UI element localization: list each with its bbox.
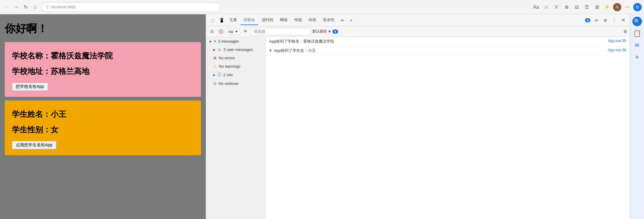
student-gender: 学生性别：女 — [12, 122, 194, 137]
school-name-value: 霍格沃兹魔法学院 — [51, 51, 113, 60]
sidebar-item-no-verbose[interactable]: ⊛ No verbose — [206, 79, 265, 88]
school-address: 学校地址：苏格兰高地 — [12, 63, 194, 79]
warning-icon: ⚠ — [213, 64, 217, 69]
tab-sources[interactable]: 源代码 — [259, 15, 276, 25]
vuejs-devtools-button[interactable]: V — [552, 3, 561, 11]
browser-viewport: 你好啊！ 学校名称：霍格沃兹魔法学院 学校地址：苏格兰高地 把学校名给App 学… — [0, 14, 206, 219]
tab-console[interactable]: 控制台 — [241, 15, 258, 25]
error-icon: ⊗ — [213, 55, 217, 60]
user-messages-arrow: ▶ — [213, 48, 216, 51]
school-address-value: 苏格兰高地 — [51, 67, 89, 76]
console-log: App收到了学校名：霍格沃兹魔法学院 App.vue:35 ▶ App收到了学生… — [266, 37, 630, 219]
message-badge: 4 — [585, 18, 590, 22]
address-bar[interactable]: ⓘ localhost:8081 — [42, 2, 221, 12]
student-gender-label: 学生性别： — [12, 125, 51, 134]
send-student-name-button[interactable]: 点我把学生名给App — [12, 141, 56, 149]
tab-performance[interactable]: 性能 — [291, 15, 305, 25]
favorites-button[interactable]: ☆ — [542, 3, 550, 11]
bing-sidebar-search[interactable]: 🔍 — [632, 17, 642, 26]
messages-icon: ≡ — [214, 39, 216, 44]
browser-right-panel: 🔍 📋 ✉ + — [630, 14, 644, 219]
message-count-badge: 4 — [332, 29, 338, 34]
devtools-more-button[interactable]: ⋮ — [610, 16, 618, 24]
page-title: 你好啊！ — [5, 19, 201, 38]
home-button[interactable]: ⌂ — [31, 3, 39, 11]
sidebar-item-messages[interactable]: ▶ ≡ 2 messages — [206, 37, 265, 45]
console-sidebar: ▶ ≡ 2 messages ▶ ☺ 2 user messages ⊗ No … — [206, 37, 266, 219]
no-warnings-label: No warnings — [219, 64, 240, 69]
log-student-source[interactable]: App.vue:38 — [608, 48, 626, 52]
log-school-source[interactable]: App.vue:35 — [608, 39, 626, 43]
sidebar-toggle-button[interactable]: ☰ — [208, 28, 216, 35]
read-aloud-button[interactable]: Aa — [532, 3, 540, 11]
profile-avatar[interactable]: A — [613, 3, 621, 11]
log-school-content: App收到了学校名：霍格沃兹魔法学院 — [269, 39, 334, 44]
eye-button[interactable]: 👁 — [242, 28, 249, 35]
user-messages-icon: ☺ — [217, 47, 222, 52]
sidebar-item-info[interactable]: ▶ ⓘ 2 info — [206, 70, 265, 79]
no-verbose-label: No verbose — [219, 81, 238, 86]
tab-elements[interactable]: 元素 — [226, 15, 240, 25]
student-card: 学生姓名：小王 学生性别：女 点我把学生名给App — [5, 100, 201, 155]
sync-button[interactable]: ⇄ — [592, 16, 600, 24]
extensions-button[interactable]: ⚡ — [603, 3, 611, 11]
split-screen-button[interactable]: ⊟ — [572, 3, 581, 11]
sidebar-item-no-errors[interactable]: ⊗ No errors — [206, 54, 265, 62]
expand-arrow-icon[interactable]: ▶ — [269, 49, 273, 52]
info-icon: ⓘ — [46, 4, 49, 10]
log-entry-school: App收到了学校名：霍格沃兹魔法学院 App.vue:35 — [266, 37, 630, 46]
school-name-label: 学校名称： — [12, 51, 51, 60]
device-toggle-button[interactable]: 📱 — [217, 16, 226, 24]
url-text: localhost:8081 — [51, 5, 76, 9]
devtools-tabs-bar: ⬚ 📱 元素 控制台 源代码 网络 性能 内存 安全性 ≫ + 4 ⇄ ⚙ ⋮ … — [206, 14, 630, 26]
no-errors-label: No errors — [219, 56, 235, 60]
default-level-dropdown-icon: ▼ — [328, 29, 332, 34]
level-dropdown-icon: ▼ — [235, 29, 238, 34]
console-settings-icon[interactable]: ⚙ — [623, 29, 627, 34]
add-tab-button[interactable]: + — [347, 16, 355, 24]
collections-button[interactable]: ☰ — [583, 3, 591, 11]
send-school-name-button[interactable]: 把学校名给App — [12, 83, 48, 91]
devtools-actions: 4 ⇄ ⚙ ⋮ ✕ — [585, 16, 627, 24]
nav-buttons: ← → ↻ ⌂ — [2, 3, 39, 11]
devtools-panel: ⬚ 📱 元素 控制台 源代码 网络 性能 内存 安全性 ≫ + 4 ⇄ ⚙ ⋮ … — [206, 14, 630, 219]
info-label: 2 info — [223, 73, 233, 77]
workspaces-button[interactable]: ⊞ — [593, 3, 601, 11]
more-options-button[interactable]: ⋯ — [623, 3, 631, 11]
student-name-value: 小王 — [51, 110, 66, 119]
bing-button[interactable]: b — [633, 3, 642, 11]
school-address-label: 学校地址： — [12, 67, 51, 76]
inspect-element-button[interactable]: ⬚ — [208, 16, 217, 24]
student-name: 学生姓名：小王 — [12, 106, 194, 122]
verbose-icon: ⊛ — [213, 81, 217, 86]
log-student-content: App收到了学生名：小王 — [274, 48, 316, 53]
forward-button[interactable]: → — [12, 3, 20, 11]
student-gender-value: 女 — [51, 125, 58, 134]
filter-input[interactable] — [251, 28, 311, 35]
sidebar-item-user-messages[interactable]: ▶ ☺ 2 user messages — [206, 45, 265, 54]
sidebar-item-no-warnings[interactable]: ⚠ No warnings — [206, 62, 265, 70]
browser-essentials-button[interactable]: ⊕ — [562, 3, 571, 11]
level-selector[interactable]: top ▼ — [226, 29, 240, 35]
messages-arrow: ▶ — [210, 40, 212, 43]
sidebar-add[interactable]: + — [632, 52, 642, 62]
devtools-settings-button[interactable]: ⚙ — [601, 16, 609, 24]
student-name-label: 学生姓名： — [12, 110, 51, 119]
sidebar-compose[interactable]: ✉ — [632, 41, 642, 50]
browser-chrome: ← → ↻ ⌂ ⓘ localhost:8081 Aa ☆ V ⊕ ⊟ ☰ ⊞ … — [0, 0, 644, 14]
default-level-selector[interactable]: 默认级别 ▼ 4 — [312, 29, 338, 34]
devtools-close-button[interactable]: ✕ — [619, 16, 627, 24]
tab-security[interactable]: 安全性 — [320, 15, 338, 25]
tab-memory[interactable]: 内存 — [306, 15, 319, 25]
info-arrow: ▶ — [213, 73, 216, 77]
school-name: 学校名称：霍格沃兹魔法学院 — [12, 48, 194, 63]
info-icon-sidebar: ⓘ — [217, 72, 222, 77]
default-level-label: 默认级别 — [312, 29, 327, 34]
clear-console-button[interactable]: 🚫 — [217, 28, 225, 35]
more-tabs-button[interactable]: ≫ — [338, 16, 346, 24]
console-body: ▶ ≡ 2 messages ▶ ☺ 2 user messages ⊗ No … — [206, 37, 630, 219]
sidebar-discover[interactable]: 📋 — [632, 29, 642, 38]
back-button[interactable]: ← — [2, 3, 11, 11]
refresh-button[interactable]: ↻ — [21, 3, 30, 11]
tab-network[interactable]: 网络 — [277, 15, 291, 25]
